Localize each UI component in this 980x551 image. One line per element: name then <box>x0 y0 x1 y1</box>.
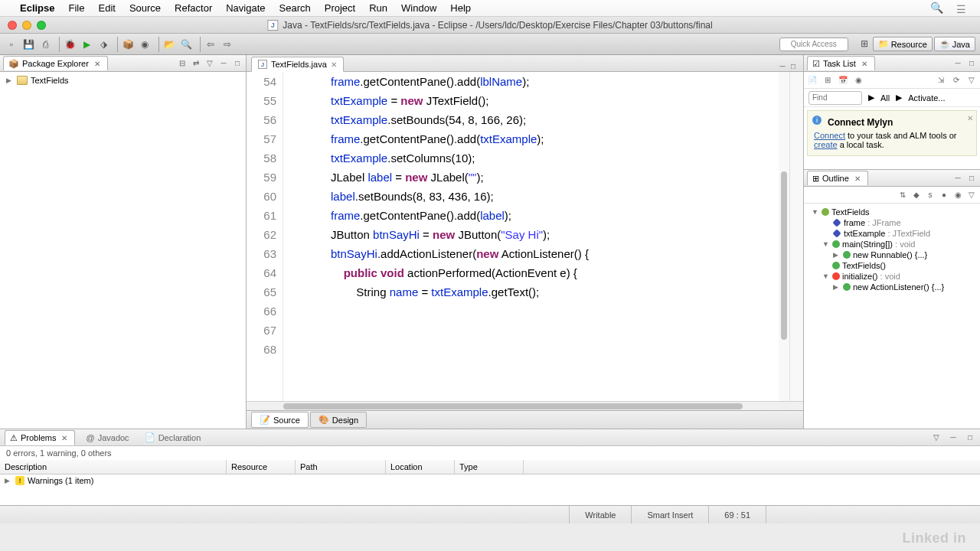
maximize-window-button[interactable] <box>37 21 46 30</box>
maximize-icon[interactable]: □ <box>788 60 799 71</box>
activate-link[interactable]: Activate... <box>908 93 945 103</box>
outline-tab[interactable]: ⊞ Outline ✕ <box>807 171 868 185</box>
close-icon[interactable]: ✕ <box>59 432 70 443</box>
open-type-button[interactable]: 📂 <box>162 37 176 51</box>
menu-search[interactable]: Search <box>279 2 311 14</box>
close-icon[interactable]: ✕ <box>852 173 863 184</box>
task-list-tab[interactable]: ☑ Task List ✕ <box>807 56 875 70</box>
maximize-icon[interactable]: □ <box>965 432 975 443</box>
menu-file[interactable]: File <box>69 2 85 14</box>
horizontal-scrollbar[interactable] <box>247 401 803 410</box>
menu-eclipse[interactable]: Eclipse <box>20 2 55 14</box>
maximize-icon[interactable]: □ <box>966 173 977 184</box>
close-icon[interactable]: ✕ <box>92 58 103 69</box>
connect-link[interactable]: Connect <box>814 131 845 140</box>
search-button[interactable]: 🔍 <box>179 37 193 51</box>
minimize-icon[interactable]: ─ <box>948 432 959 443</box>
maximize-icon[interactable]: □ <box>966 58 977 69</box>
menu-window[interactable]: Window <box>401 2 436 14</box>
nav-arrow-icon[interactable]: ▶ <box>896 93 902 103</box>
outline-item[interactable]: ▶new ActionListener() {...} <box>808 282 975 292</box>
view-menu-icon[interactable]: ▽ <box>966 190 977 201</box>
view-menu-icon[interactable]: ▽ <box>204 58 215 69</box>
new-package-button[interactable]: 📦 <box>121 37 135 51</box>
minimize-icon[interactable]: ─ <box>952 173 963 184</box>
quick-access-input[interactable]: Quick Access <box>779 37 848 51</box>
menu-extras-icon[interactable]: ☰ <box>956 3 966 15</box>
menu-edit[interactable]: Edit <box>98 2 115 14</box>
collapse-icon[interactable]: ⇲ <box>936 75 946 86</box>
coverage-button[interactable]: ⬗ <box>96 37 110 51</box>
new-class-button[interactable]: ◉ <box>138 37 152 51</box>
outline-item[interactable]: ▶new Runnable() {...} <box>808 249 975 260</box>
menu-run[interactable]: Run <box>369 2 387 14</box>
expand-arrow-icon[interactable]: ▶ <box>5 477 12 484</box>
focus-icon[interactable]: ◉ <box>853 75 864 86</box>
outline-item[interactable]: ▼main(String[]) : void <box>808 239 975 249</box>
sync-icon[interactable]: ⟳ <box>951 75 962 86</box>
spotlight-icon[interactable]: 🔍 <box>930 2 943 14</box>
perspective-java[interactable]: ☕Java <box>934 37 975 51</box>
close-icon[interactable]: ✕ <box>331 60 337 69</box>
save-all-button[interactable]: ⎙ <box>38 37 52 51</box>
filter-all[interactable]: All <box>880 93 890 103</box>
collapse-all-icon[interactable]: ⊟ <box>177 58 188 69</box>
minimize-icon[interactable]: ─ <box>218 58 229 69</box>
minimize-window-button[interactable] <box>22 21 31 30</box>
table-row[interactable]: ▶ ! Warnings (1 item) <box>0 474 980 487</box>
outline-item[interactable]: TextFields() <box>808 260 975 271</box>
code-content[interactable]: frame.getContentPane().add(lblName); txt… <box>283 72 779 401</box>
outline-item[interactable]: ▼initialize() : void <box>808 271 975 282</box>
editor-tab-textfields[interactable]: J TextFields.java ✕ <box>251 57 344 72</box>
menu-help[interactable]: Help <box>450 2 471 14</box>
maximize-icon[interactable]: □ <box>232 58 243 69</box>
debug-button[interactable]: 🐞 <box>63 37 77 51</box>
save-button[interactable]: 💾 <box>21 37 35 51</box>
perspective-resource[interactable]: 📁Resource <box>873 37 933 51</box>
menu-navigate[interactable]: Navigate <box>226 2 265 14</box>
menu-project[interactable]: Project <box>325 2 355 14</box>
menu-refactor[interactable]: Refactor <box>175 2 212 14</box>
outline-tree[interactable]: ▼TextFieldsframe : JFrametxtExample : JT… <box>804 204 980 295</box>
problems-tab[interactable]: ⚠ Problems ✕ <box>5 430 75 445</box>
nav-arrow-icon[interactable]: ▶ <box>868 93 874 103</box>
package-explorer-tab[interactable]: 📦 Package Explorer ✕ <box>3 56 108 70</box>
design-tab[interactable]: 🎨Design <box>310 412 367 428</box>
project-item[interactable]: ▶ TextFields <box>6 75 240 86</box>
close-icon[interactable]: ✕ <box>967 114 973 122</box>
focus-icon[interactable]: ◉ <box>952 190 963 201</box>
schedule-icon[interactable]: 📅 <box>838 75 848 86</box>
outline-item[interactable]: ▼TextFields <box>808 207 975 217</box>
close-icon[interactable]: ✕ <box>859 58 870 69</box>
declaration-tab[interactable]: 📄Declaration <box>140 431 206 444</box>
new-task-icon[interactable]: 📄 <box>807 75 818 86</box>
outline-item[interactable]: txtExample : JTextField <box>808 228 975 239</box>
table-header[interactable]: Description Resource Path Location Type <box>0 460 980 474</box>
new-button[interactable]: ▫ <box>5 37 18 51</box>
overview-ruler[interactable] <box>789 72 803 401</box>
hide-fields-icon[interactable]: ◆ <box>911 190 922 201</box>
problems-table[interactable]: Description Resource Path Location Type … <box>0 460 980 505</box>
open-perspective-button[interactable]: ⊞ <box>858 37 871 51</box>
create-link[interactable]: create <box>814 140 838 149</box>
vertical-scrollbar[interactable] <box>779 72 789 401</box>
nav-forward-button[interactable]: ⇨ <box>220 37 234 51</box>
view-menu-icon[interactable]: ▽ <box>931 432 942 443</box>
package-explorer-tree[interactable]: ▶ TextFields <box>0 72 246 89</box>
nav-back-button[interactable]: ⇦ <box>204 37 217 51</box>
link-editor-icon[interactable]: ⇄ <box>191 58 201 69</box>
close-window-button[interactable] <box>8 21 17 30</box>
source-tab[interactable]: 📝Source <box>251 412 309 428</box>
run-button[interactable]: ▶ <box>80 37 93 51</box>
find-input[interactable] <box>808 91 862 105</box>
hide-nonpublic-icon[interactable]: ● <box>939 190 949 201</box>
view-menu-icon[interactable]: ▽ <box>966 75 977 86</box>
sort-icon[interactable]: ⇅ <box>897 190 908 201</box>
minimize-icon[interactable]: ─ <box>777 60 788 71</box>
menu-source[interactable]: Source <box>129 2 161 14</box>
outline-item[interactable]: frame : JFrame <box>808 217 975 228</box>
expand-arrow-icon[interactable]: ▶ <box>6 77 14 84</box>
categorize-icon[interactable]: ⊞ <box>822 75 833 86</box>
javadoc-tab[interactable]: @Javadoc <box>81 432 133 444</box>
minimize-icon[interactable]: ─ <box>952 58 963 69</box>
